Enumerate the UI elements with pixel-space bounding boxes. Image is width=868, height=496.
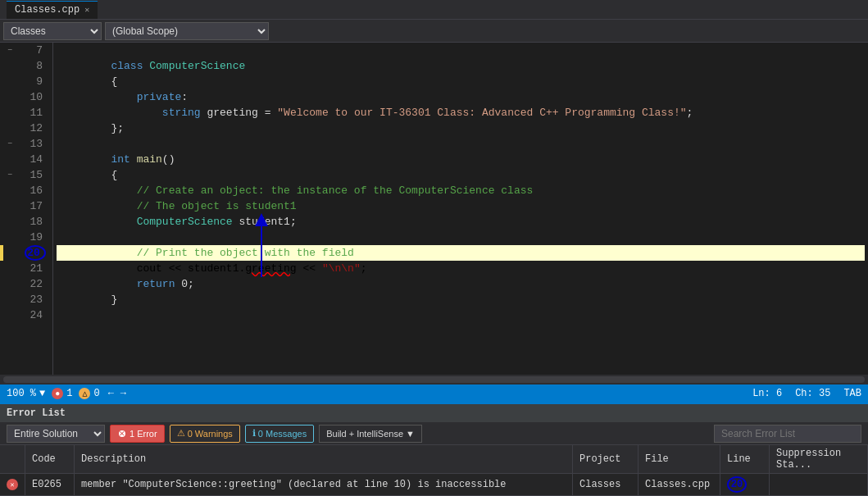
error-panel: Error List Entire Solution ✕ 1 Error ⚠ 0… <box>0 403 868 496</box>
line-num-15[interactable]: 15 <box>23 167 46 183</box>
fold-22 <box>3 276 16 292</box>
line-num-21[interactable]: 21 <box>23 261 46 276</box>
toolbar: Classes (Global Scope) <box>0 20 868 43</box>
fold-11 <box>3 105 16 121</box>
error-row-description: member "ComputerScience::greeting" (decl… <box>75 474 573 496</box>
error-filter-button[interactable]: ✕ 1 Error <box>110 425 165 443</box>
code-line-7: class ComputerScience <box>57 43 865 58</box>
line-num-16[interactable]: 16 <box>23 183 46 198</box>
error-row-icon: ✕ <box>7 479 18 490</box>
col-suppression: Suppression Sta... <box>770 445 868 474</box>
error-row-file: Classes.cpp <box>639 474 720 496</box>
nav-forward-button[interactable]: → <box>119 388 128 399</box>
horizontal-scrollbar[interactable] <box>0 375 868 385</box>
code-line-23 <box>57 292 865 307</box>
error-row-project: Classes <box>573 474 639 496</box>
warning-filter-button[interactable]: ⚠ 0 Warnings <box>170 425 240 443</box>
error-row-suppression <box>770 474 868 496</box>
search-error-input[interactable] <box>714 425 861 443</box>
fold-23 <box>3 292 16 307</box>
fold-gutter: − − − <box>3 43 16 375</box>
col-project: Project <box>573 445 639 474</box>
error-table: Code Description Project File Line Suppr… <box>0 445 868 496</box>
error-filter-select[interactable]: Entire Solution <box>7 425 105 443</box>
error-panel-toolbar: Entire Solution ✕ 1 Error ⚠ 0 Warnings ℹ… <box>0 422 868 445</box>
navigation-buttons[interactable]: ← → <box>107 388 128 399</box>
line-num-19[interactable]: 19 <box>23 230 46 245</box>
scope-selector[interactable]: (Global Scope) <box>105 22 269 40</box>
fold-12 <box>3 121 16 136</box>
line-num-8[interactable]: 8 <box>23 58 46 74</box>
line-num-14[interactable]: 14 <box>23 152 46 167</box>
nav-back-button[interactable]: ← <box>107 388 116 399</box>
error-row-icon-cell: ✕ <box>0 474 25 496</box>
col-file: File <box>639 445 720 474</box>
line-num-24[interactable]: 24 <box>23 307 46 323</box>
code-line-24 <box>57 307 865 323</box>
line-num-18[interactable]: 18 <box>23 214 46 230</box>
line-num-20-circled[interactable]: 20 <box>25 245 46 261</box>
line-num-22[interactable]: 22 <box>23 276 46 292</box>
fold-21 <box>3 261 16 276</box>
col-icon <box>0 445 25 474</box>
code-content[interactable]: class ComputerScience { private: string … <box>53 43 868 375</box>
line-num-13[interactable]: 13 <box>23 136 46 152</box>
title-bar: Classes.cpp ✕ <box>0 0 868 20</box>
line-numbers: 7 8 9 10 11 12 13 14 15 16 17 18 19 20 2… <box>16 43 53 375</box>
line-num-17[interactable]: 17 <box>23 198 46 214</box>
line-num-12[interactable]: 12 <box>23 121 46 136</box>
code-line-12 <box>57 121 865 136</box>
fold-7[interactable]: − <box>3 43 16 58</box>
fold-10 <box>3 89 16 105</box>
tab-label: Classes.cpp <box>15 4 80 16</box>
code-line-13: int main() <box>57 136 865 152</box>
editor-container: − − − 7 8 9 10 11 12 13 <box>0 43 868 403</box>
fold-14 <box>3 152 16 167</box>
line-num-7[interactable]: 7 <box>23 43 46 58</box>
error-row-1[interactable]: ✕ E0265 member "ComputerScience::greetin… <box>0 474 868 496</box>
fold-17 <box>3 198 16 214</box>
line-number-status: Ln: 6 <box>752 388 782 399</box>
status-bar: 100 % ▼ ● 1 △ 0 ← → Ln: 6 Ch: 35 TAB <box>0 385 868 403</box>
tab-classes-cpp[interactable]: Classes.cpp ✕ <box>7 1 98 19</box>
col-code: Code <box>25 445 75 474</box>
fold-18 <box>3 214 16 230</box>
warning-count: 0 <box>93 388 99 399</box>
fold-8 <box>3 58 16 74</box>
class-selector[interactable]: Classes <box>3 22 102 40</box>
zoom-level[interactable]: 100 % ▼ <box>7 388 45 399</box>
code-line-14: { <box>57 152 865 167</box>
fold-15[interactable]: − <box>3 167 16 183</box>
status-right: Ln: 6 Ch: 35 TAB <box>752 388 861 399</box>
col-description: Description <box>75 445 573 474</box>
fold-20 <box>3 245 16 261</box>
error-icon: ● <box>52 388 63 399</box>
code-line-15: // Create an object: the instance of the… <box>57 167 865 183</box>
build-filter-button[interactable]: Build + IntelliSense ▼ <box>319 425 422 443</box>
code-line-19: // Print the object with the field <box>57 230 865 245</box>
close-icon[interactable]: ✕ <box>84 5 89 15</box>
error-count: 1 <box>66 388 72 399</box>
line-num-9[interactable]: 9 <box>23 74 46 89</box>
scroll-thumb[interactable] <box>3 376 865 383</box>
error-panel-title: Error List <box>0 404 868 422</box>
error-row-line: 20 <box>720 474 770 496</box>
message-filter-button[interactable]: ℹ 0 Messages <box>245 425 314 443</box>
code-area: − − − 7 8 9 10 11 12 13 <box>0 43 868 375</box>
fold-19 <box>3 230 16 245</box>
line-num-10[interactable]: 10 <box>23 89 46 105</box>
code-line-9: private: <box>57 74 865 89</box>
warning-icon: △ <box>79 388 90 399</box>
error-row-code: E0265 <box>25 474 75 496</box>
fold-13[interactable]: − <box>3 136 16 152</box>
line-num-11[interactable]: 11 <box>23 105 46 121</box>
char-number-status: Ch: 35 <box>795 388 830 399</box>
col-line: Line <box>720 445 770 474</box>
tab-indicator: TAB <box>843 388 861 399</box>
fold-16 <box>3 183 16 198</box>
fold-9 <box>3 74 16 89</box>
fold-24 <box>3 307 16 323</box>
line-num-23[interactable]: 23 <box>23 292 46 307</box>
